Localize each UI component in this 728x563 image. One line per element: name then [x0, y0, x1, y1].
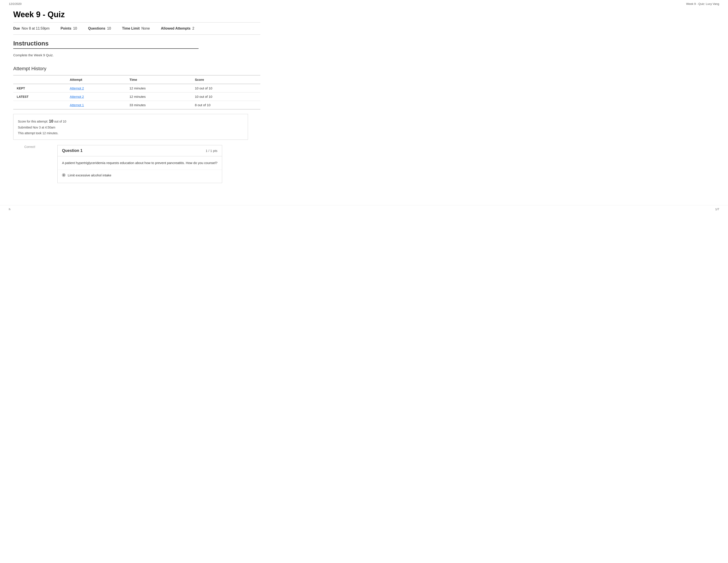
- latest-label: LATEST: [17, 95, 28, 98]
- meta-allowed-attempts-value: 2: [192, 26, 194, 30]
- question1-body: A patient hypertriglyceridemia requests …: [58, 156, 222, 169]
- duration-line: This attempt took 12 minutes.: [18, 130, 243, 136]
- question1-title: Question 1: [62, 148, 83, 153]
- row3-status: [13, 101, 66, 109]
- meta-time-limit: Time Limit None: [122, 26, 150, 30]
- meta-questions-value: 10: [107, 26, 111, 30]
- meta-allowed-attempts: Allowed Attempts 2: [161, 26, 194, 30]
- row3-time: 33 minutes: [126, 101, 191, 109]
- instructions-divider: [13, 48, 199, 49]
- top-bar: 12/2/2020 Week 9 - Quiz: Lucy Vang: [0, 0, 728, 8]
- meta-due-value: Nov 8 at 11:59pm: [22, 26, 49, 30]
- score-line: Score for this attempt: 10 out of 10: [18, 118, 243, 125]
- attempt2-link-kept[interactable]: Attempt 2: [70, 86, 84, 90]
- radio-icon: [62, 173, 66, 177]
- meta-time-limit-value: None: [141, 26, 150, 30]
- bottom-right: 1/7: [715, 207, 719, 211]
- row2-score: 10 out of 10: [191, 92, 260, 101]
- meta-points-value: 10: [73, 26, 77, 30]
- row1-attempt: Attempt 2: [66, 84, 126, 92]
- row3-attempt: Attempt 1: [66, 101, 126, 109]
- attempt2-link-latest[interactable]: Attempt 2: [70, 95, 84, 98]
- row1-time: 12 minutes: [126, 84, 191, 92]
- kept-label: KEPT: [17, 86, 25, 90]
- question1-row: Correct! Question 1 1 / 1 pts A patient …: [13, 145, 260, 187]
- top-bar-title: Week 9 - Quiz: Lucy Vang: [686, 2, 719, 6]
- table-row: Attempt 1 33 minutes 8 out of 10: [13, 101, 260, 109]
- page-title: Week 9 - Quiz: [13, 10, 260, 19]
- score-bold: 10: [49, 119, 53, 123]
- attempt-history-table: Attempt Time Score KEPT Attempt 2 12 min…: [13, 75, 260, 109]
- main-content: Week 9 - Quiz Due Nov 8 at 11:59pm Point…: [0, 8, 274, 196]
- meta-allowed-attempts-label: Allowed Attempts: [161, 26, 191, 30]
- meta-time-limit-label: Time Limit: [122, 26, 140, 30]
- score-suffix: out of 10: [53, 120, 66, 123]
- col-score: Score: [191, 75, 260, 84]
- instructions-text: Complete the Week 9 Quiz.: [13, 53, 260, 57]
- top-bar-date: 12/2/2020: [9, 2, 22, 6]
- choice-item: Limit excessive alcohol intake: [62, 172, 218, 178]
- instructions-heading: Instructions: [13, 40, 260, 47]
- bottom-bar: h 1/7: [0, 205, 728, 213]
- score-prefix: Score for this attempt:: [18, 120, 49, 123]
- table-row: KEPT Attempt 2 12 minutes 10 out of 10: [13, 84, 260, 92]
- correct-label: Correct!: [24, 145, 35, 148]
- row2-time: 12 minutes: [126, 92, 191, 101]
- question1-choices: Limit excessive alcohol intake: [58, 169, 222, 183]
- meta-due: Due Nov 8 at 11:59pm: [13, 26, 50, 30]
- row3-score: 8 out of 10: [191, 101, 260, 109]
- col-status: [13, 75, 66, 84]
- score-summary: Score for this attempt: 10 out of 10 Sub…: [13, 114, 248, 140]
- table-header-row: Attempt Time Score: [13, 75, 260, 84]
- meta-points-label: Points: [61, 26, 71, 30]
- table-row: LATEST Attempt 2 12 minutes 10 out of 10: [13, 92, 260, 101]
- submitted-line: Submitted Nov 3 at 4:50am: [18, 125, 243, 130]
- col-time: Time: [126, 75, 191, 84]
- row1-score: 10 out of 10: [191, 84, 260, 92]
- quiz-meta: Due Nov 8 at 11:59pm Points 10 Questions…: [13, 22, 260, 35]
- question1-pts: 1 / 1 pts: [206, 149, 217, 152]
- attempt-history-heading: Attempt History: [13, 66, 260, 71]
- row2-status: LATEST: [13, 92, 66, 101]
- question1-block: Question 1 1 / 1 pts A patient hypertrig…: [57, 145, 222, 183]
- meta-questions-label: Questions: [88, 26, 105, 30]
- attempt1-link[interactable]: Attempt 1: [70, 103, 84, 107]
- meta-questions: Questions 10: [88, 26, 111, 30]
- row2-attempt: Attempt 2: [66, 92, 126, 101]
- question1-header: Question 1 1 / 1 pts: [58, 145, 222, 156]
- col-attempt: Attempt: [66, 75, 126, 84]
- bottom-left: h: [9, 207, 10, 211]
- meta-due-label: Due: [13, 26, 20, 30]
- row1-status: KEPT: [13, 84, 66, 92]
- question1-side-label: Correct!: [13, 145, 35, 148]
- meta-points: Points 10: [61, 26, 77, 30]
- choice-text: Limit excessive alcohol intake: [68, 173, 111, 177]
